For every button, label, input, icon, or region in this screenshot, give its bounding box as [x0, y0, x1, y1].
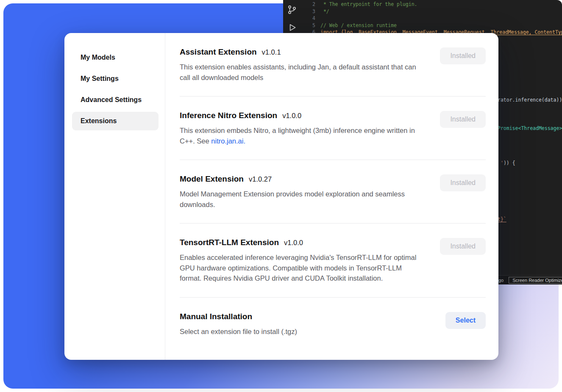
code-line: 5 // Web / extension runtime	[302, 22, 562, 29]
code-fragment: ')) {	[501, 160, 515, 166]
line-number: 3	[302, 8, 315, 15]
extension-info: Inference Nitro Extension v1.0.0 This ex…	[180, 111, 417, 146]
extension-title: TensortRT-LLM Extension v1.0.0	[180, 238, 417, 247]
installed-button[interactable]: Installed	[440, 111, 486, 128]
sidebar-item-extensions[interactable]: Extensions	[72, 112, 159, 130]
extension-name: Assistant Extension	[180, 47, 257, 57]
extension-description: This extension embeds Nitro, a lightweig…	[180, 125, 417, 146]
run-debug-icon[interactable]	[287, 22, 298, 33]
extension-description: This extension enables assistants, inclu…	[180, 62, 417, 83]
code-text: * The entrypoint for the plugin.	[320, 1, 417, 8]
extension-name: TensortRT-LLM Extension	[180, 238, 279, 247]
code-text: // Web / extension runtime	[320, 22, 397, 29]
manual-installation-description: Select an extension file to install (.tg…	[180, 326, 297, 337]
extension-info: Model Extension v1.0.27 Model Management…	[180, 174, 417, 210]
screen-reader-badge[interactable]: Screen Reader Optimize	[509, 277, 562, 284]
extension-item: Assistant Extension v1.0.1 This extensio…	[180, 33, 486, 97]
desktop-background: 2 * The entrypoint for the plugin. 3 */ …	[0, 0, 562, 392]
extension-version: v1.0.27	[249, 175, 272, 183]
extension-info: Assistant Extension v1.0.1 This extensio…	[180, 47, 417, 83]
line-number: 4	[302, 15, 315, 22]
line-number: 2	[302, 1, 315, 8]
code-fragment: rator.inference(data));	[498, 97, 562, 103]
extension-info: TensortRT-LLM Extension v1.0.0 Enables a…	[180, 238, 417, 284]
extension-title: Manual Installation	[180, 312, 297, 321]
code-fragment: Promise<ThreadMessage>	[498, 125, 562, 131]
code-text: */	[320, 8, 329, 15]
source-control-icon[interactable]	[287, 4, 298, 15]
extension-title: Assistant Extension v1.0.1	[180, 47, 417, 57]
sidebar-item-my-settings[interactable]: My Settings	[72, 69, 159, 88]
sidebar-item-advanced-settings[interactable]: Advanced Settings	[72, 91, 159, 109]
extension-version: v1.0.1	[262, 48, 281, 56]
installed-button[interactable]: Installed	[440, 47, 486, 64]
extension-version: v1.0.0	[284, 239, 303, 247]
extension-name: Model Extension	[180, 174, 244, 184]
code-line: 2 * The entrypoint for the plugin.	[302, 1, 562, 8]
extension-version: v1.0.0	[282, 112, 301, 120]
editor-code-area: 2 * The entrypoint for the plugin. 3 */ …	[302, 1, 562, 36]
line-number: 5	[302, 22, 315, 29]
nitro-jan-ai-link[interactable]: nitro.jan.ai.	[211, 137, 245, 145]
manual-installation-item: Manual Installation Select an extension …	[180, 298, 486, 351]
extension-item: Model Extension v1.0.27 Model Management…	[180, 160, 486, 224]
status-bar-text: go	[498, 278, 504, 283]
select-button[interactable]: Select	[445, 312, 486, 329]
manual-installation-title: Manual Installation	[180, 312, 252, 321]
installed-button[interactable]: Installed	[440, 174, 486, 191]
settings-sidebar: My Models My Settings Advanced Settings …	[64, 33, 165, 360]
code-line: 4	[302, 15, 562, 22]
extension-item: TensortRT-LLM Extension v1.0.0 Enables a…	[180, 224, 486, 298]
extension-item: Inference Nitro Extension v1.0.0 This ex…	[180, 97, 486, 160]
settings-panel: My Models My Settings Advanced Settings …	[64, 33, 498, 360]
extensions-list: Assistant Extension v1.0.1 This extensio…	[165, 33, 498, 360]
extension-name: Inference Nitro Extension	[180, 111, 277, 120]
sidebar-item-my-models[interactable]: My Models	[72, 48, 159, 67]
installed-button[interactable]: Installed	[440, 238, 486, 255]
extension-title: Model Extension v1.0.27	[180, 174, 417, 184]
extension-info: Manual Installation Select an extension …	[180, 312, 297, 337]
extension-description: Enables accelerated inference leveraging…	[180, 252, 417, 284]
extension-description: Model Management Extension provides mode…	[180, 189, 417, 210]
code-fragment: t}`	[498, 216, 506, 222]
code-line: 3 */	[302, 8, 562, 15]
extension-title: Inference Nitro Extension v1.0.0	[180, 111, 417, 120]
